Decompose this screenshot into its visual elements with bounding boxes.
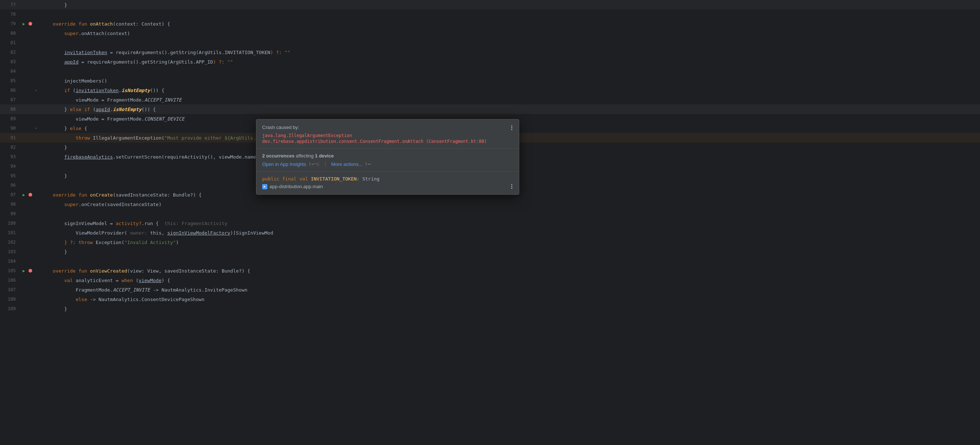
- token: viewMode: [76, 97, 99, 103]
- token: appId: [96, 107, 110, 112]
- breakpoint-area[interactable]: [27, 22, 33, 25]
- fold-arrow-icon[interactable]: ▾: [35, 127, 37, 130]
- code-content: val analyticEvent = when (viewMode) {: [38, 278, 973, 283]
- code-line[interactable]: 107 FragmentMode.ACCEPT_INVITE -> NautmA…: [0, 285, 980, 295]
- code-line[interactable]: 109 }: [0, 304, 980, 314]
- open-insights-shortcut: ⇧↩⌥: [308, 162, 320, 166]
- gutter-icon[interactable]: ▶: [20, 269, 27, 273]
- breakpoint-dot[interactable]: [29, 193, 32, 196]
- token: this,: [147, 230, 167, 236]
- code-line[interactable]: 80 super.onAttach(context): [0, 29, 980, 38]
- code-line[interactable]: 102 } ?: throw Exception("Invalid Activi…: [0, 238, 980, 247]
- code-content: invitationToken = requireArguments().get…: [38, 50, 973, 55]
- breakpoint-area[interactable]: [27, 269, 33, 272]
- line-number: 87: [0, 97, 20, 102]
- code-line[interactable]: 101 ViewModelProvider( owner: this, sign…: [0, 228, 980, 238]
- token: .setCurrentScreen(requireActivity(),: [113, 154, 219, 160]
- token: (: [70, 88, 76, 93]
- token: }: [64, 306, 67, 312]
- code-area[interactable]: 77 }7879▶ override fun onAttach(context:…: [0, 0, 980, 445]
- token: }: [64, 173, 67, 179]
- line-number: 77: [0, 2, 20, 7]
- breakpoint-dot[interactable]: [29, 22, 32, 25]
- code-val: val: [299, 176, 311, 182]
- line-number: 90: [0, 126, 20, 131]
- line-number: 109: [0, 306, 20, 311]
- occurrences-text: 2 occurrences affecting 1 device: [262, 153, 513, 158]
- code-line[interactable]: 100 signInViewModel = activity?.run { th…: [0, 219, 980, 228]
- token: .: [118, 88, 121, 93]
- code-line[interactable]: 84: [0, 67, 980, 76]
- file-name-label: app-distribution.app.main: [269, 184, 323, 189]
- token: ConsentDevicePageShown: [142, 297, 204, 302]
- crash-code-section: public final val INVITATION_TOKEN: Strin…: [256, 172, 519, 194]
- code-line[interactable]: 78: [0, 10, 980, 19]
- code-content: override fun onViewCreated(view: View, s…: [38, 268, 973, 274]
- breakpoint-dot[interactable]: [29, 269, 32, 272]
- token: "Invalid Activity": [124, 240, 176, 245]
- gutter-icon[interactable]: ▶: [20, 193, 27, 197]
- fold-area[interactable]: ▾: [33, 89, 38, 92]
- code-line[interactable]: 104: [0, 257, 980, 266]
- token: IllegalArgumentException(: [90, 135, 165, 141]
- run-icon[interactable]: ▶: [23, 193, 25, 197]
- code-line[interactable]: 105▶ override fun onViewCreated(view: Vi…: [0, 266, 980, 276]
- token: ACCEPT_INVITE: [145, 97, 182, 103]
- token: ) ?:: [213, 59, 228, 65]
- code-line[interactable]: 86▾ if (invitationToken.isNotEmpty()) {: [0, 86, 980, 95]
- code-content: ViewModelProvider( owner: this, signInVi…: [38, 230, 973, 236]
- code-colon: :: [356, 176, 363, 182]
- token: } ?:: [64, 240, 79, 245]
- code-line[interactable]: 98 super.onCreate(savedInstanceState): [0, 200, 980, 209]
- token: CONSENT_DEVICE: [145, 116, 185, 122]
- code-line[interactable]: 99: [0, 209, 980, 219]
- token: isNotEmpty: [121, 88, 150, 93]
- token: throw: [76, 135, 90, 141]
- occurrences-count: 2 occurrences: [262, 153, 294, 158]
- token: fun: [79, 192, 90, 198]
- code-line[interactable]: 83 appId = requireArguments().getString(…: [0, 57, 980, 67]
- code-line[interactable]: 103 }: [0, 247, 980, 257]
- code-content: appId = requireArguments().getString(Arg…: [38, 59, 973, 65]
- gutter-icon[interactable]: ▶: [20, 22, 27, 26]
- code-line[interactable]: 106 val analyticEvent = when (viewMode) …: [0, 276, 980, 285]
- token: -> NautmAnalytics.: [150, 287, 204, 293]
- code-line[interactable]: 77 }: [0, 0, 980, 10]
- popup-top-menu-button[interactable]: [508, 124, 515, 131]
- popup-bottom-menu-button[interactable]: [508, 183, 515, 190]
- token: ) {: [193, 192, 202, 198]
- file-icon: ▶: [262, 184, 267, 189]
- line-number: 105: [0, 268, 20, 273]
- code-content: override fun onAttach(context: Context) …: [38, 21, 973, 27]
- code-line[interactable]: 82 invitationToken = requireArguments().…: [0, 48, 980, 57]
- code-line[interactable]: 81: [0, 38, 980, 48]
- token: firebaseAnalytics: [64, 154, 113, 160]
- code-line[interactable]: 85 injectMembers(): [0, 76, 980, 86]
- breakpoint-area[interactable]: [27, 193, 33, 196]
- token: else: [76, 297, 87, 302]
- open-in-app-insights-link[interactable]: Open in App Insights: [262, 162, 306, 167]
- fold-arrow-icon[interactable]: ▾: [35, 89, 37, 92]
- code-line[interactable]: 108 else -> NautmAnalytics.ConsentDevice…: [0, 295, 980, 304]
- code-content: } ?: throw Exception("Invalid Activity"): [38, 240, 973, 245]
- line-number: 102: [0, 240, 20, 245]
- token: }: [64, 126, 70, 131]
- line-number: 86: [0, 88, 20, 93]
- crash-exception-class: java.lang.IllegalArgumentException: [262, 132, 513, 139]
- code-line[interactable]: 87 viewMode = FragmentMode.ACCEPT_INVITE: [0, 95, 980, 105]
- token: Exception(: [93, 240, 124, 245]
- token: =: [107, 221, 116, 226]
- code-content: } else if (appId.isNotEmpty()) {: [38, 107, 973, 112]
- more-actions-link[interactable]: More actions...: [331, 162, 363, 167]
- code-token-name: INVITATION_TOKEN: [311, 176, 356, 182]
- code-public: public: [262, 176, 282, 182]
- fold-area[interactable]: ▾: [33, 127, 38, 130]
- token: "": [228, 59, 233, 65]
- code-line[interactable]: 88 } else if (appId.isNotEmpty()) {: [0, 105, 980, 114]
- line-number: 101: [0, 230, 20, 235]
- run-icon[interactable]: ▶: [23, 22, 25, 26]
- token: = FragmentMode.: [99, 97, 145, 103]
- run-icon[interactable]: ▶: [23, 269, 25, 273]
- token: signInViewModelFactory: [167, 230, 230, 236]
- code-line[interactable]: 79▶ override fun onAttach(context: Conte…: [0, 19, 980, 29]
